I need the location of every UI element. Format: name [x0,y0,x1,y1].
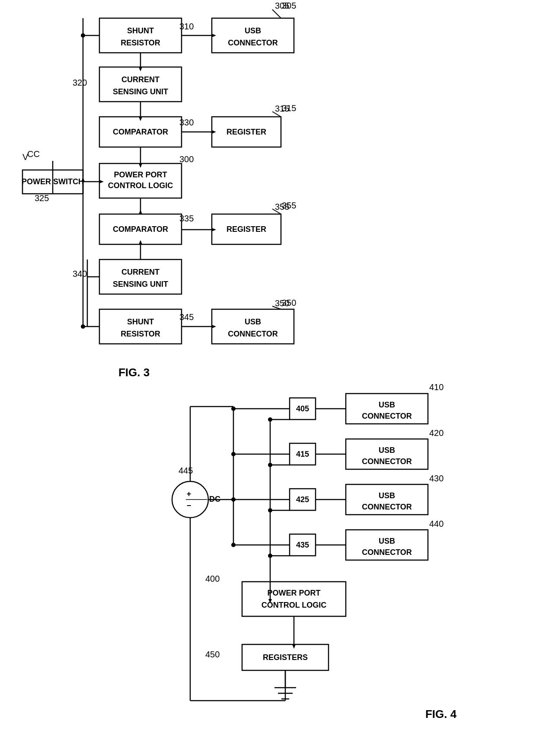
usb-430-label1: USB [379,491,395,500]
ref-445: 445 [179,466,193,475]
ref-325: 325 [35,193,49,203]
ref-450: 450 [205,650,220,659]
usb-connector-bot-label1: USB [245,317,261,326]
shunt-resistor-bot-label2: RESISTOR [121,330,160,338]
usb-connector-top-label2: CONNECTOR [228,38,278,47]
usb-connector-top-block [212,18,294,53]
current-sensing-top-block [99,67,182,102]
usb-connector-bot-label2: CONNECTOR [228,330,278,338]
power-port-fig4-label2: CONTROL LOGIC [262,601,327,609]
ref-320: 320 [73,78,87,87]
current-sensing-top-label2: SENSING UNIT [113,87,168,96]
ref-350-text: 350 [282,298,296,308]
shunt-resistor-top-label2: RESISTOR [121,38,160,47]
power-port-control-label2: CONTROL LOGIC [108,181,173,190]
ref-345: 345 [179,312,194,322]
dc-plus-label: + [187,490,191,498]
shunt-resistor-top-label1: SHUNT [127,26,154,35]
ref-440: 440 [429,519,443,529]
ref-330: 330 [179,118,194,127]
diagram-container: SHUNT RESISTOR CURRENT SENSING UNIT USB … [0,0,536,756]
fig4-title: FIG. 4 [425,708,457,721]
ref-340: 340 [73,269,87,279]
usb-410-label2: CONNECTOR [362,412,412,420]
arrow-ppc-comp-bot [139,210,142,214]
port-415-label: 415 [296,450,309,458]
current-sensing-bot-block [99,259,182,294]
ref-410: 410 [429,382,443,392]
comparator-bot-label: COMPARATOR [113,225,168,234]
dc-minus-label: − [187,501,191,510]
usb-420-label1: USB [379,446,395,455]
current-sensing-bot-label1: CURRENT [121,268,160,276]
ref-420: 420 [429,428,443,438]
ref-430: 430 [429,474,443,483]
tick-305 [272,10,281,18]
usb-420-label2: CONNECTOR [362,457,412,466]
register-bot-label: REGISTER [227,225,266,234]
ref-400: 400 [205,574,220,583]
current-sensing-bot-label2: SENSING UNIT [113,280,168,288]
registers-label: REGISTERS [263,653,308,662]
ref-310: 310 [179,22,194,31]
ref-300: 300 [179,154,194,164]
ref-315-text: 315 [282,103,296,113]
current-sensing-top-label1: CURRENT [121,75,160,84]
port-405-label: 405 [296,404,309,413]
usb-440-label2: CONNECTOR [362,548,412,557]
usb-connector-top-label1: USB [245,26,261,35]
port-435-label: 435 [296,541,309,549]
power-port-fig4-block [242,582,346,616]
power-port-control-label1: POWER PORT [114,170,167,179]
fig3-title: FIG. 3 [118,366,150,379]
shunt-resistor-bot-label1: SHUNT [127,317,154,326]
usb-440-label1: USB [379,537,395,545]
comparator-top-label: COMPARATOR [113,128,168,136]
port-425-label: 425 [296,495,309,504]
shunt-resistor-bot-block [99,309,182,344]
ref-335: 335 [179,214,194,223]
usb-410-label1: USB [379,400,395,409]
usb-connector-bot-block [212,309,294,344]
ref-355-text: 355 [282,201,296,210]
register-top-label: REGISTER [227,128,266,136]
ref-305-text: 305 [282,1,296,10]
shunt-resistor-top-block [99,18,182,53]
power-port-fig4-label1: POWER PORT [267,589,320,597]
vcc-sub-label: CC [27,149,40,159]
usb-430-label2: CONNECTOR [362,503,412,511]
